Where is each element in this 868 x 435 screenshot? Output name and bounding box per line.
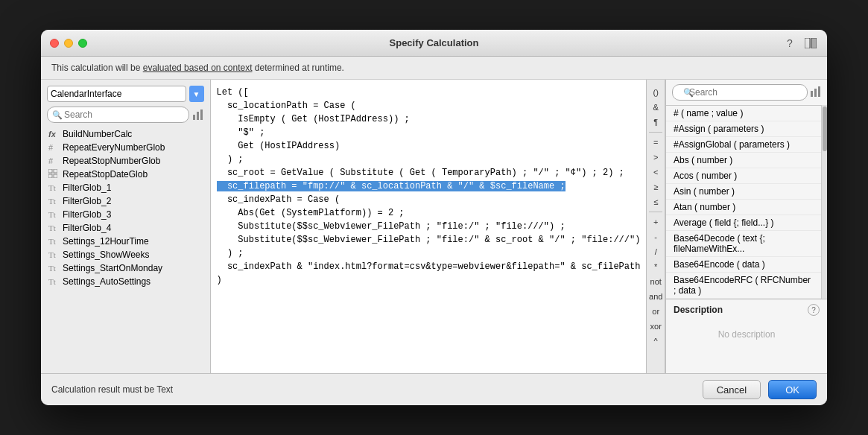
func-search-row: 🔍 (666, 80, 827, 105)
list-item[interactable]: TtSettings_AutoSettings (41, 275, 210, 288)
code-line-11: Substitute($$sc_Webviewer_FilePath ; "fi… (217, 221, 566, 232)
operator-button-or[interactable]: or (647, 305, 664, 318)
list-item[interactable]: # ( name ; value ) (666, 106, 821, 121)
search-input[interactable] (47, 107, 189, 123)
svg-rect-6 (54, 169, 57, 173)
search-icon: 🔍 (52, 110, 63, 120)
operator-button-xor[interactable]: xor (647, 320, 664, 333)
dropdown-row: CalendarInterface ▼ (41, 86, 210, 107)
minimize-button[interactable] (64, 39, 73, 48)
traffic-lights (50, 39, 87, 48)
list-item[interactable]: Base64Decode ( text {; fileNameWithEx... (666, 231, 821, 257)
main-window: Specify Calculation ? This calculation w… (41, 30, 827, 405)
code-line-6: ) ; (217, 154, 244, 165)
func-chart-icon[interactable] (811, 86, 821, 99)
svg-rect-2 (193, 115, 195, 120)
desc-title: Description (674, 305, 723, 315)
list-item[interactable]: TtFilterGlob_1 (41, 181, 210, 194)
list-item[interactable]: Acos ( number ) (666, 168, 821, 184)
svg-rect-8 (54, 174, 57, 178)
context-dropdown[interactable]: CalendarInterface (47, 86, 186, 102)
list-item-label: FilterGlob_3 (63, 209, 111, 220)
list-item[interactable]: Average ( field {; field...} ) (666, 215, 821, 231)
description-section: Description ? No description (666, 299, 827, 373)
list-item-label: FilterGlob_2 (63, 196, 111, 206)
code-line-1: Let ([ (217, 87, 249, 98)
code-line-3: IsEmpty ( Get (HostIPAddress)) ; (217, 114, 410, 124)
operator-button-=[interactable]: = (647, 136, 664, 149)
op-separator (649, 132, 662, 133)
list-item[interactable]: #Assign ( parameters ) (666, 121, 821, 137)
info-text: This calculation will be evaluated based… (51, 63, 344, 73)
operator-panel: ()&¶=><≥≤+-/*notandorxor^ (646, 80, 665, 373)
maximize-button[interactable] (78, 39, 87, 48)
list-item[interactable]: TtSettings_StartOnMonday (41, 261, 210, 275)
list-item[interactable]: #AssignGlobal ( parameters ) (666, 137, 821, 153)
list-item[interactable]: fxBuildNumberCalc (41, 127, 210, 141)
operator-button-*[interactable]: * (647, 260, 664, 273)
list-item[interactable]: Base64Encode ( data ) (666, 257, 821, 273)
code-line-7: sc_root = GetValue ( Substitute ( Get ( … (217, 168, 624, 178)
list-item[interactable]: Abs ( number ) (666, 153, 821, 168)
list-item[interactable]: Base64EncodeRFC ( RFCNumber ; data ) (666, 273, 821, 299)
close-button[interactable] (50, 39, 59, 48)
operator-button-≤[interactable]: ≤ (647, 195, 664, 209)
operator-button-¶[interactable]: ¶ (647, 115, 664, 129)
bar-chart-icon[interactable] (192, 109, 204, 121)
main-content: CalendarInterface ▼ 🔍 fxBuildN (41, 80, 827, 373)
operator-button-()[interactable]: () (647, 86, 664, 99)
operator-button-+[interactable]: + (647, 215, 664, 229)
window-controls-right: ? (782, 36, 818, 51)
list-item[interactable]: TtFilterGlob_2 (41, 194, 210, 208)
center-panel: Let ([ sc_locationPath = Case ( IsEmpty … (211, 80, 647, 373)
list-item[interactable]: Atan ( number ) (666, 200, 821, 215)
list-item-label: BuildNumberCalc (63, 129, 132, 139)
cancel-button[interactable]: Cancel (703, 380, 761, 399)
list-item-label: Settings_AutoSettings (63, 276, 151, 287)
operator-button-<[interactable]: < (647, 165, 664, 179)
operator-button-and[interactable]: and (647, 290, 664, 303)
operator-button-^[interactable]: ^ (647, 334, 664, 348)
dropdown-arrow-button[interactable]: ▼ (189, 86, 204, 102)
code-line-5: Get (HostIPAddress) (217, 141, 340, 151)
list-item[interactable]: TtFilterGlob_3 (41, 208, 210, 221)
list-item[interactable]: #RepeatEveryNumberGlob (41, 141, 210, 154)
result-text: Calculation result must be Text (51, 384, 173, 395)
desc-header: Description ? (674, 304, 820, 316)
list-item[interactable]: Asin ( number ) (666, 184, 821, 200)
scrollbar[interactable] (821, 105, 827, 299)
svg-rect-1 (811, 38, 817, 48)
list-item-label: FilterGlob_4 (63, 223, 111, 233)
func-list-wrapper: # ( name ; value )#Assign ( parameters )… (666, 105, 827, 299)
code-line-12: Substitute($$sc_Webviewer_FilePath ; "fi… (217, 235, 641, 245)
ok-button[interactable]: OK (768, 380, 817, 399)
list-item-label: Settings_ShowWeeks (63, 250, 150, 260)
code-line-8-highlighted: sc_filepath = "fmp://" & sc_locationPath… (217, 181, 566, 191)
operator-button-not[interactable]: not (647, 275, 664, 288)
code-line-2: sc_locationPath = Case ( (217, 101, 356, 111)
scroll-thumb[interactable] (823, 107, 827, 151)
operator-button-≥[interactable]: ≥ (647, 180, 664, 194)
desc-help-icon[interactable]: ? (808, 304, 820, 316)
operator-button-/[interactable]: / (647, 245, 664, 258)
list-item[interactable]: RepeatStopDateGlob (41, 168, 210, 181)
function-list: fxBuildNumberCalc#RepeatEveryNumberGlob#… (41, 127, 210, 373)
list-item-label: Settings_12HourTime (63, 236, 149, 247)
svg-rect-9 (811, 91, 813, 97)
list-item[interactable]: TtSettings_ShowWeeks (41, 248, 210, 261)
list-item-label: RepeatEveryNumberGlob (63, 142, 165, 153)
list-item[interactable]: TtFilterGlob_4 (41, 221, 210, 235)
layout-icon[interactable] (803, 36, 818, 51)
code-editor[interactable]: Let ([ sc_locationPath = Case ( IsEmpty … (211, 80, 647, 373)
info-bar: This calculation will be evaluated based… (41, 57, 827, 80)
list-item[interactable]: #RepeatStopNumberGlob (41, 154, 210, 168)
svg-rect-0 (805, 38, 810, 48)
svg-rect-10 (814, 89, 817, 97)
operator-button-&[interactable]: & (647, 101, 664, 114)
operator-button--[interactable]: - (647, 230, 664, 244)
code-line-13: ) ; (217, 248, 244, 258)
list-item[interactable]: TtSettings_12HourTime (41, 235, 210, 248)
help-icon[interactable]: ? (782, 36, 797, 51)
window-title: Specify Calculation (390, 37, 479, 48)
operator-button->[interactable]: > (647, 150, 664, 164)
